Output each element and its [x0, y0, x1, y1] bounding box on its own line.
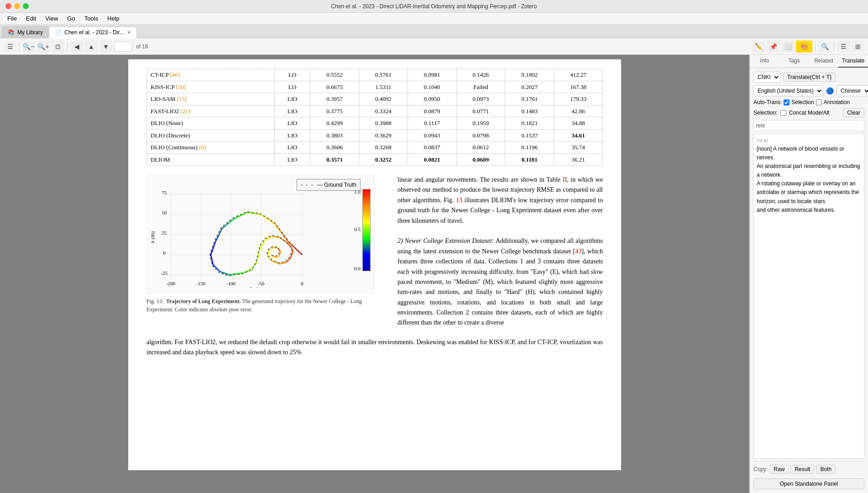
arrow-icon: 🔵 [826, 87, 834, 94]
tab-tags[interactable]: Tags [779, 55, 809, 68]
title-bar: Chen et al. - 2023 - Direct LiDAR-Inerti… [0, 0, 868, 13]
colormap-mid: 0.5 [354, 226, 361, 233]
engine-select[interactable]: CNKI [753, 72, 780, 83]
annotation-pencil-button[interactable]: ✏️ [752, 41, 765, 52]
minimize-button[interactable] [14, 3, 20, 9]
copy-row: Copy: Raw Result Both [753, 462, 864, 474]
tab-library[interactable]: 📚 My Library [2, 26, 49, 38]
menu-edit[interactable]: Edit [22, 14, 40, 23]
highlight-color-button[interactable]: 🎨 [796, 41, 812, 52]
table-row: FAST-LIO2 [21] LIO0.37750.33240.0879 0.0… [147, 105, 603, 117]
zoom-in-button[interactable]: 🔍+ [37, 41, 50, 52]
tab-pdf-label: Chen et al. - 2023 - Dir... [64, 29, 124, 36]
maximize-button[interactable] [23, 3, 29, 9]
table-row: LIO-SAM [13] LIO0.39570.40920.0950 0.097… [147, 93, 603, 105]
toolbar-sep-1 [19, 42, 20, 51]
copy-both-button[interactable]: Both [816, 465, 836, 474]
body-text-right: linear and angular movements. The result… [397, 175, 603, 328]
svg-text:-100: -100 [226, 281, 236, 286]
pdf-page: CT-ICP [46] LO 0.5552 0.5761 0.0981 0.14… [128, 59, 621, 470]
copy-raw-button[interactable]: Raw [769, 465, 789, 474]
svg-text:y [m]: y [m] [246, 286, 258, 288]
results-table: CT-ICP [46] LO 0.5552 0.5761 0.0981 0.14… [146, 68, 603, 166]
panel-body: CNKI Translate(Ctrl + T) English (United… [750, 68, 868, 493]
table-cell-name: CT-ICP [46] [147, 69, 275, 81]
page-number-input[interactable]: 13 [114, 42, 132, 52]
annotation-checkbox-label: Annotation [824, 99, 850, 105]
prev-page-button2[interactable]: ▲ [85, 41, 98, 52]
tab-library-label: My Library [17, 29, 43, 36]
caption-bold: Trajectory of Long Experiment. [166, 298, 241, 304]
annotation-checkbox[interactable] [816, 100, 822, 105]
auto-trans-row: Auto-Trans: Selection Annotation [753, 99, 864, 105]
table-row: CT-ICP [46] LO 0.5552 0.5761 0.0981 0.14… [147, 69, 603, 81]
pdf-area[interactable]: CT-ICP [46] LO 0.5552 0.5761 0.0981 0.14… [0, 55, 749, 493]
table-cell-type: LO [275, 69, 310, 81]
svg-text:75: 75 [162, 190, 167, 195]
phonetic: /ˈriːti/ [757, 137, 861, 145]
bottom-text: algorithm. For FAST-LIO2, we reduced the… [146, 337, 603, 358]
concat-mode-checkbox[interactable] [780, 110, 786, 116]
from-lang-select[interactable]: English (United States) [753, 85, 823, 96]
paragraph1: linear and angular movements. The result… [397, 175, 603, 226]
selected-text-box: rete [753, 120, 864, 131]
tab-close-icon[interactable]: ✕ [127, 30, 131, 36]
selection-checkbox-label: Selection [791, 99, 814, 105]
standalone-panel-button[interactable]: Open Standalone Panel [753, 478, 864, 489]
language-row: English (United States) 🔵 Chinese [753, 85, 864, 96]
menu-help[interactable]: Help [104, 14, 123, 23]
tab-info[interactable]: Info [750, 55, 779, 68]
definition-line3: A rotating cutaway plate or overlay on a… [757, 179, 861, 206]
table-cell-v6: 412.27 [554, 69, 603, 81]
svg-text:-200: -200 [166, 281, 176, 286]
copy-result-button[interactable]: Result [790, 465, 814, 474]
table-cell-v5: 0.1802 [505, 69, 554, 81]
ground-truth-label: --- Ground Truth [317, 182, 356, 188]
table-cell-v4: 0.1426 [456, 69, 505, 81]
table-cell-v2: 0.5761 [359, 69, 408, 81]
next-page-button[interactable]: ▼ [99, 41, 112, 52]
menu-view[interactable]: View [42, 14, 62, 23]
panel-tabs: Info Tags Related Translate [750, 55, 868, 68]
toolbar-sep-2 [67, 42, 68, 51]
sidebar-toggle-button[interactable]: ☰ [4, 41, 16, 52]
translation-result: /ˈriːti/ [noun] A network of blood vesse… [753, 134, 864, 459]
table-row: KISS-ICP [50] LO0.66751.53110.1040 Faile… [147, 81, 603, 93]
selection-row: Selection: Concat Mode/Alt Clear [753, 108, 864, 117]
tab-bar: 📚 My Library 📄 Chen et al. - 2023 - Dir.… [0, 25, 868, 38]
tab-pdf[interactable]: 📄 Chen et al. - 2023 - Dir... ✕ [49, 26, 137, 38]
close-button[interactable] [5, 3, 11, 9]
selected-text: rete [756, 122, 765, 129]
split-view-button[interactable]: ⊞ [852, 41, 864, 52]
menu-go[interactable]: Go [63, 14, 78, 23]
table-cell-v3: 0.0981 [408, 69, 456, 81]
annotation-sticky-button[interactable]: 📌 [767, 41, 779, 52]
clear-button[interactable]: Clear [843, 108, 864, 117]
section2-title: 2) Newer College Extension Dataset: [397, 237, 494, 244]
annotation-area-button[interactable]: ⬜ [781, 41, 794, 52]
tab-related[interactable]: Related [809, 55, 839, 68]
copy-label: Copy: [753, 466, 768, 472]
to-lang-select[interactable]: Chinese [837, 85, 868, 96]
svg-text:-25: -25 [161, 270, 168, 276]
table-row: DLIO (None) LIO0.42990.39880.1117 0.1959… [147, 117, 603, 130]
main-content: CT-ICP [46] LO 0.5552 0.5761 0.0981 0.14… [0, 55, 868, 493]
prev-page-button[interactable]: ◀ [70, 41, 83, 52]
toolbar-sep-3 [815, 42, 816, 51]
colormap-max: 1.0 [354, 188, 361, 196]
fit-width-button[interactable]: ⊡ [52, 41, 64, 52]
definition-noun: [noun] A network of blood vessels or ner… [757, 145, 861, 162]
svg-text:-150: -150 [196, 281, 206, 286]
menu-tools[interactable]: Tools [81, 14, 102, 23]
zoom-button[interactable]: 🔍 [818, 41, 831, 52]
selection-checkbox[interactable] [784, 100, 790, 105]
figure-caption: Fig. 13. Trajectory of Long Experiment. … [146, 297, 384, 314]
translate-button[interactable]: Translate(Ctrl + T) [783, 73, 836, 82]
table-row: DLIO (Discrete) LIO0.38030.36290.0943 0.… [147, 129, 603, 142]
list-view-button[interactable]: ☰ [837, 41, 850, 52]
window-controls [5, 3, 29, 9]
tab-translate[interactable]: Translate [838, 55, 868, 68]
menu-file[interactable]: File [4, 14, 21, 23]
trajectory-chart: 75 50 25 0 -25 -200 -150 -100 -50 0 [152, 187, 352, 288]
zoom-out-button[interactable]: 🔍− [22, 41, 35, 52]
